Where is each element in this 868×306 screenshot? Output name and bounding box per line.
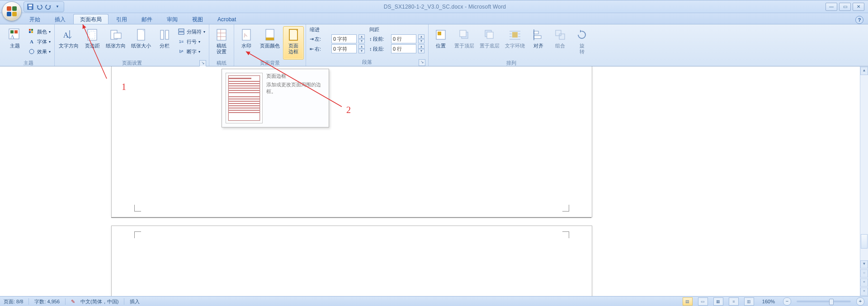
annotation-1: 1: [122, 82, 126, 92]
spacing-before-spinner[interactable]: ▲▼: [418, 34, 425, 43]
spacing-after-field: ↕段后: ▲▼: [369, 44, 425, 53]
svg-rect-35: [534, 31, 538, 34]
indent-right-input[interactable]: [331, 44, 357, 53]
spacing-before-input[interactable]: [391, 34, 416, 43]
svg-rect-26: [266, 38, 274, 40]
redo-icon[interactable]: [45, 3, 52, 10]
indent-right-spinner[interactable]: ▲▼: [359, 44, 365, 53]
indent-header: 缩进: [310, 26, 365, 33]
group-paragraph-label: 段落 ↘: [308, 59, 426, 66]
status-page[interactable]: 页面: 8/8: [4, 298, 23, 305]
tab-acrobat[interactable]: Acrobat: [211, 14, 243, 24]
watermark-button[interactable]: A 水印: [236, 26, 257, 60]
themes-button[interactable]: A 主题: [5, 26, 25, 60]
paper-size-button[interactable]: 纸张大小: [129, 26, 153, 60]
theme-fonts-button[interactable]: A 字体▾: [28, 37, 51, 46]
page: [111, 66, 592, 217]
group-page-setup: A 文字方向 页边距 纸张方向 纸张大小 分栏: [55, 24, 209, 66]
svg-rect-4: [10, 30, 14, 33]
theme-colors-button[interactable]: 颜色▾: [28, 27, 51, 36]
manuscript-settings-button[interactable]: 稿纸 设置: [211, 26, 232, 60]
page-borders-button[interactable]: 页面 边框: [283, 26, 304, 60]
svg-text:A: A: [63, 31, 69, 39]
status-word-count[interactable]: 字数: 4,956: [34, 298, 60, 305]
view-web-layout[interactable]: ▦: [713, 297, 723, 306]
page-color-button[interactable]: 页面颜色: [258, 26, 282, 60]
hyphenation-button[interactable]: bª 断字▾: [178, 47, 205, 56]
spacing-after-input[interactable]: [391, 44, 416, 53]
text-direction-button[interactable]: A 文字方向: [57, 26, 81, 60]
columns-button[interactable]: 分栏: [154, 26, 175, 60]
page-setup-launcher[interactable]: ↘: [199, 60, 206, 67]
tab-references[interactable]: 引用: [109, 14, 134, 24]
browse-object-icon[interactable]: ○: [860, 269, 868, 278]
status-insert-mode[interactable]: 插入: [130, 298, 140, 305]
bring-front-icon: [457, 28, 472, 42]
rotate-button[interactable]: 旋 转: [571, 26, 592, 60]
tab-insert[interactable]: 插入: [48, 14, 72, 24]
bring-to-front-button[interactable]: 置于顶层: [452, 26, 476, 60]
page-color-icon: [263, 28, 277, 42]
margins-button[interactable]: 页边距: [82, 26, 103, 60]
breaks-button[interactable]: 分隔符▾: [178, 27, 205, 36]
group-themes: A 主题 颜色▾ A 字体▾ 效果▾: [3, 24, 55, 66]
text-direction-icon: A: [61, 28, 76, 42]
view-draft[interactable]: ▥: [744, 297, 754, 306]
indent-left-spinner[interactable]: ▲▼: [359, 34, 365, 43]
paragraph-launcher[interactable]: ↘: [419, 59, 425, 66]
undo-icon[interactable]: [36, 3, 43, 10]
close-button[interactable]: ✕: [853, 3, 864, 11]
page: [111, 226, 592, 296]
status-language[interactable]: 中文(简体，中国): [80, 298, 118, 305]
vertical-scrollbar[interactable]: ▲ ▼ ○ « »: [860, 66, 868, 296]
tab-page-layout[interactable]: 页面布局: [73, 14, 108, 24]
scroll-thumb[interactable]: [861, 234, 868, 249]
help-button[interactable]: ?: [855, 16, 863, 24]
app-window: ▼ DS_SX1280-1-2_V3.0_SC.docx - Microsoft…: [0, 0, 868, 306]
scroll-track[interactable]: [861, 75, 868, 260]
group-button[interactable]: 组合: [550, 26, 571, 60]
scroll-up-icon[interactable]: ▲: [860, 67, 868, 75]
zoom-level[interactable]: 160%: [762, 299, 775, 304]
align-icon: [531, 28, 546, 42]
tooltip-desc: 添加或更改页面周围的边框。: [266, 81, 325, 95]
tab-home[interactable]: 开始: [23, 14, 47, 24]
zoom-slider-thumb[interactable]: [829, 299, 834, 305]
save-icon[interactable]: [27, 3, 34, 10]
tab-mailings[interactable]: 邮件: [135, 14, 159, 24]
tab-review[interactable]: 审阅: [160, 14, 184, 24]
align-button[interactable]: 对齐: [528, 26, 549, 60]
prev-page-icon[interactable]: «: [860, 278, 868, 287]
view-print-layout[interactable]: ▤: [683, 297, 693, 306]
ribbon-tabs: 开始 插入 页面布局 引用 邮件 审阅 视图 Acrobat ?: [0, 13, 868, 24]
indent-left-input[interactable]: [331, 34, 357, 43]
document-area[interactable]: 页面边框 添加或更改页面周围的边框。 ▲ ▼ ○ « »: [0, 66, 868, 296]
zoom-in-button[interactable]: +: [856, 297, 864, 306]
text-wrapping-button[interactable]: 文字环绕: [503, 26, 527, 60]
scroll-down-icon[interactable]: ▼: [860, 260, 868, 268]
orientation-button[interactable]: 纸张方向: [104, 26, 128, 60]
view-outline[interactable]: ≡: [729, 297, 739, 306]
position-button[interactable]: 位置: [430, 26, 451, 60]
zoom-out-button[interactable]: −: [783, 297, 791, 306]
office-button[interactable]: [2, 1, 22, 21]
qat-dropdown-icon[interactable]: ▼: [54, 3, 61, 10]
zoom-slider[interactable]: [797, 301, 851, 302]
tab-view[interactable]: 视图: [185, 14, 210, 24]
paper-size-icon: [134, 28, 148, 42]
theme-effects-button[interactable]: 效果▾: [28, 47, 51, 56]
send-to-back-button[interactable]: 置于底层: [477, 26, 502, 60]
svg-rect-33: [487, 32, 493, 38]
line-numbers-button[interactable]: 1≡ 行号▾: [178, 37, 205, 46]
indent-left-field: ⇥左: ▲▼: [310, 34, 365, 43]
proofing-icon[interactable]: ✎: [71, 299, 75, 305]
spacing-after-spinner[interactable]: ▲▼: [418, 44, 425, 53]
group-page-setup-label: 页面设置 ↘: [57, 60, 207, 66]
view-full-screen[interactable]: ▭: [698, 297, 708, 306]
minimize-button[interactable]: —: [826, 3, 837, 11]
svg-rect-9: [29, 31, 31, 33]
svg-rect-38: [556, 30, 561, 36]
next-page-icon[interactable]: »: [860, 287, 868, 296]
tooltip-page-borders: 页面边框 添加或更改页面周围的边框。: [222, 69, 329, 127]
maximize-button[interactable]: ▭: [839, 3, 851, 11]
